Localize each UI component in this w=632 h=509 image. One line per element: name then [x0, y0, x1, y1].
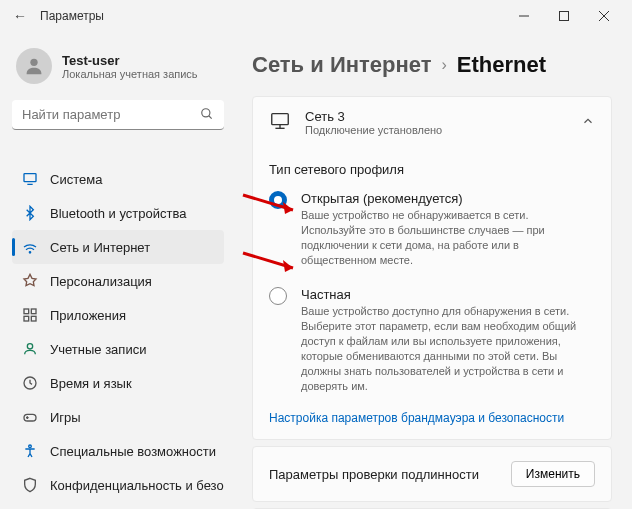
radio-public-input[interactable]: [269, 191, 287, 209]
svg-rect-10: [24, 309, 29, 314]
user-sub: Локальная учетная запись: [62, 68, 198, 80]
svg-rect-13: [31, 316, 36, 321]
auth-row[interactable]: Параметры проверки подлинности Изменить: [252, 446, 612, 502]
sidebar: Test-user Локальная учетная запись Систе…: [0, 32, 232, 509]
close-button[interactable]: [584, 2, 624, 30]
personalization-icon: [22, 273, 38, 289]
sidebar-item-label: Специальные возможности: [50, 444, 216, 459]
sidebar-item-label: Персонализация: [50, 274, 152, 289]
user-block[interactable]: Test-user Локальная учетная запись: [12, 40, 224, 100]
sidebar-item-label: Система: [50, 172, 102, 187]
sidebar-item-label: Bluetooth и устройства: [50, 206, 186, 221]
sidebar-item-label: Время и язык: [50, 376, 132, 391]
radio-private-title: Частная: [301, 287, 595, 302]
sidebar-item-privacy[interactable]: Конфиденциальность и безопасность: [12, 468, 224, 502]
bluetooth-icon: [22, 205, 38, 221]
auth-change-button[interactable]: Изменить: [511, 461, 595, 487]
svg-point-5: [202, 109, 210, 117]
network-card[interactable]: Сеть 3 Подключение установлено Тип сетев…: [252, 96, 612, 440]
svg-rect-7: [24, 174, 36, 182]
sidebar-item-label: Игры: [50, 410, 81, 425]
maximize-button[interactable]: [544, 2, 584, 30]
accessibility-icon: [22, 443, 38, 459]
firewall-link[interactable]: Настройка параметров брандмауэра и безоп…: [253, 407, 611, 439]
breadcrumb: Сеть и Интернет › Ethernet: [252, 52, 612, 78]
main-content: Сеть и Интернет › Ethernet Сеть 3 Подклю…: [232, 32, 632, 509]
sidebar-item-time[interactable]: Время и язык: [12, 366, 224, 400]
sidebar-item-system[interactable]: Система: [12, 162, 224, 196]
sidebar-item-bluetooth[interactable]: Bluetooth и устройства: [12, 196, 224, 230]
chevron-right-icon: ›: [441, 56, 446, 74]
svg-point-14: [27, 344, 32, 349]
search-input[interactable]: [12, 100, 224, 130]
minimize-button[interactable]: [504, 2, 544, 30]
sidebar-item-update[interactable]: Центр обновления Windows: [12, 502, 224, 509]
radio-private-desc: Ваше устройство доступно для обнаружения…: [301, 304, 595, 393]
svg-point-9: [29, 252, 30, 253]
time-icon: [22, 375, 38, 391]
chevron-up-icon[interactable]: [581, 114, 595, 132]
ethernet-icon: [269, 110, 291, 136]
sidebar-item-gaming[interactable]: Игры: [12, 400, 224, 434]
user-name: Test-user: [62, 53, 198, 68]
radio-public[interactable]: Открытая (рекомендуется) Ваше устройство…: [253, 185, 611, 281]
sidebar-item-label: Сеть и Интернет: [50, 240, 150, 255]
back-button[interactable]: ←: [8, 8, 32, 24]
svg-point-4: [30, 59, 37, 66]
gaming-icon: [22, 409, 38, 425]
radio-private-input[interactable]: [269, 287, 287, 305]
search-icon: [200, 107, 214, 125]
apps-icon: [22, 307, 38, 323]
breadcrumb-current: Ethernet: [457, 52, 546, 78]
auth-label: Параметры проверки подлинности: [269, 467, 479, 482]
avatar: [16, 48, 52, 84]
svg-line-6: [209, 116, 212, 119]
network-status: Подключение установлено: [305, 124, 567, 136]
radio-public-desc: Ваше устройство не обнаруживается в сети…: [301, 208, 595, 267]
accounts-icon: [22, 341, 38, 357]
sidebar-item-personalization[interactable]: Персонализация: [12, 264, 224, 298]
svg-rect-11: [31, 309, 36, 314]
titlebar: ← Параметры: [0, 0, 632, 32]
profile-heading: Тип сетевого профиля: [253, 148, 611, 185]
svg-rect-1: [560, 12, 569, 21]
sidebar-item-accounts[interactable]: Учетные записи: [12, 332, 224, 366]
sidebar-item-network[interactable]: Сеть и Интернет: [12, 230, 224, 264]
svg-rect-20: [272, 113, 289, 124]
privacy-icon: [22, 477, 38, 493]
sidebar-item-label: Учетные записи: [50, 342, 146, 357]
sidebar-item-apps[interactable]: Приложения: [12, 298, 224, 332]
svg-rect-12: [24, 316, 29, 321]
network-icon: [22, 239, 38, 255]
svg-point-19: [29, 445, 32, 448]
breadcrumb-parent[interactable]: Сеть и Интернет: [252, 52, 431, 78]
radio-public-title: Открытая (рекомендуется): [301, 191, 595, 206]
system-icon: [22, 171, 38, 187]
sidebar-item-label: Приложения: [50, 308, 126, 323]
network-name: Сеть 3: [305, 109, 567, 124]
window-title: Параметры: [40, 9, 104, 23]
svg-rect-16: [24, 414, 36, 421]
sidebar-item-label: Конфиденциальность и безопасность: [50, 478, 224, 493]
sidebar-item-accessibility[interactable]: Специальные возможности: [12, 434, 224, 468]
radio-private[interactable]: Частная Ваше устройство доступно для обн…: [253, 281, 611, 407]
